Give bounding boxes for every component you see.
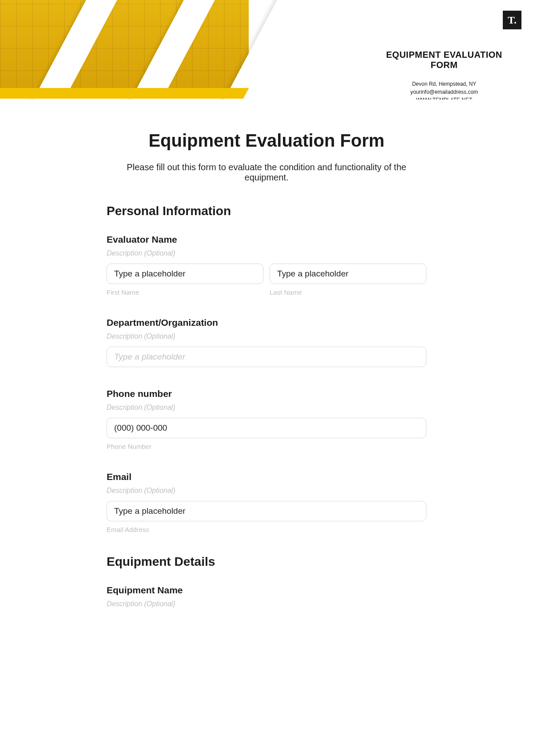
field-phone: Phone number Description (Optional) Phon… [107, 388, 426, 450]
last-name-input[interactable] [270, 264, 426, 284]
contact-address: Devon Rd, Hempstead, NY [373, 80, 515, 88]
last-name-sublabel: Last Name [270, 288, 426, 296]
field-equipment-name: Equipment Name Description (Optional) [107, 585, 426, 608]
header-text-block: EQUIPMENT EVALUATION FORM Devon Rd, Hemp… [373, 50, 515, 100]
page-intro: Please fill out this form to evaluate th… [107, 162, 426, 183]
banner-title: EQUIPMENT EVALUATION FORM [373, 50, 515, 70]
field-email: Email Description (Optional) Email Addre… [107, 472, 426, 533]
page-title: Equipment Evaluation Form [107, 131, 426, 151]
field-label: Email [107, 472, 426, 482]
email-input[interactable] [107, 501, 426, 521]
field-description: Description (Optional) [107, 249, 426, 257]
first-name-input[interactable] [107, 264, 263, 284]
section-equipment-heading: Equipment Details [107, 555, 426, 569]
section-personal-heading: Personal Information [107, 204, 426, 218]
field-evaluator-name: Evaluator Name Description (Optional) Fi… [107, 234, 426, 296]
field-label: Evaluator Name [107, 234, 426, 245]
field-department: Department/Organization Description (Opt… [107, 317, 426, 367]
contact-email: yourinfo@emailaddress.com [373, 88, 515, 96]
brand-logo-text: T. [508, 14, 517, 26]
field-description: Description (Optional) [107, 487, 426, 495]
banner-image [0, 0, 249, 93]
field-description: Description (Optional) [107, 332, 426, 340]
field-label: Department/Organization [107, 317, 426, 328]
banner-contact: Devon Rd, Hempstead, NY yourinfo@emailad… [373, 80, 515, 100]
phone-input[interactable] [107, 418, 426, 438]
contact-website: WWW.TEMPLATE.NET [373, 96, 515, 100]
field-label: Equipment Name [107, 585, 426, 596]
accent-bar [0, 88, 240, 99]
first-name-sublabel: First Name [107, 288, 263, 296]
brand-logo: T. [503, 11, 521, 29]
header-banner: T. EQUIPMENT EVALUATION FORM Devon Rd, H… [0, 0, 533, 100]
email-sublabel: Email Address [107, 526, 426, 533]
phone-sublabel: Phone Number [107, 443, 426, 450]
field-description: Description (Optional) [107, 600, 426, 608]
form-container: Equipment Evaluation Form Please fill ou… [84, 131, 449, 632]
department-input[interactable] [107, 347, 426, 367]
field-label: Phone number [107, 388, 426, 399]
field-description: Description (Optional) [107, 404, 426, 412]
